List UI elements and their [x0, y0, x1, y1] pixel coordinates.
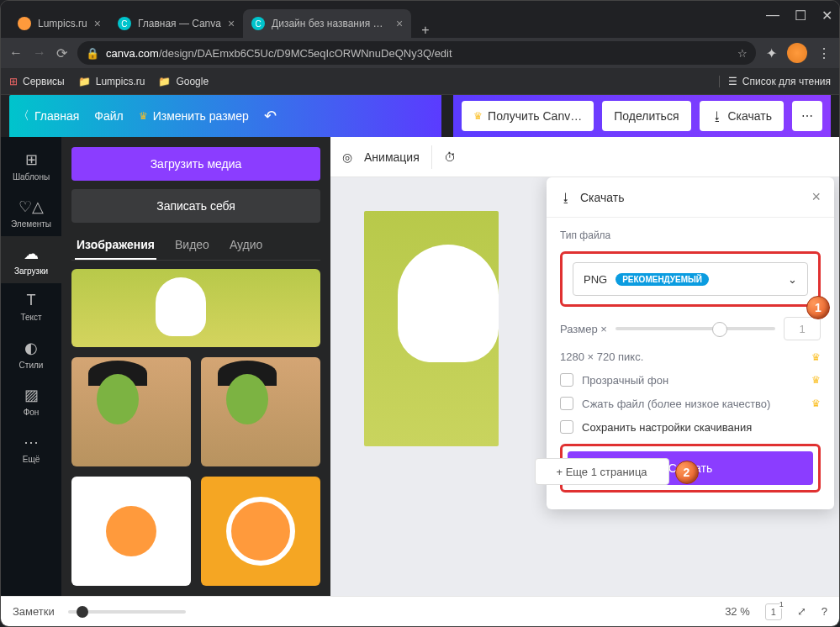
browser-tab[interactable]: C Главная — Canva ×	[109, 9, 243, 38]
crown-icon: ♛	[811, 351, 821, 363]
rail-more[interactable]: ⋯Ещё	[1, 424, 61, 472]
canva-icon: C	[118, 17, 131, 30]
canva-icon: C	[251, 17, 265, 30]
cloud-upload-icon: ☁	[24, 245, 39, 263]
bookmark-lumpics[interactable]: 📁Lumpics.ru	[78, 76, 145, 87]
star-icon[interactable]: ☆	[737, 47, 748, 60]
palette-icon: ◐	[24, 339, 38, 357]
media-thumbnail[interactable]	[201, 357, 320, 466]
compress-label: Сжать файл (более низкое качество)	[582, 398, 770, 410]
browser-tab-active[interactable]: C Дизайн без названия — 1280 ×	[243, 9, 411, 38]
bookmark-services[interactable]: ⊞Сервисы	[9, 76, 65, 87]
popup-title: Скачать	[580, 191, 625, 204]
url-domain: canva.com	[106, 47, 159, 60]
animation-button[interactable]: Анимация	[364, 150, 420, 164]
media-thumbnail[interactable]	[201, 477, 320, 586]
media-thumbnail[interactable]	[71, 357, 191, 466]
close-window-icon[interactable]: ✕	[822, 8, 832, 24]
artboard[interactable]	[364, 211, 499, 446]
uploads-panel: Загрузить медиа Записать себя Изображени…	[61, 137, 330, 596]
more-button[interactable]: ⋯	[792, 101, 822, 131]
zoom-value[interactable]: 32 %	[725, 605, 750, 618]
fullscreen-icon[interactable]: ⤢	[797, 605, 806, 618]
transparent-label: Прозрачный фон	[582, 374, 668, 387]
lock-icon: 🔒	[86, 47, 99, 60]
get-canva-button[interactable]: ♛Получить Canv…	[462, 101, 594, 131]
compress-checkbox[interactable]	[560, 397, 573, 410]
profile-avatar[interactable]	[787, 43, 807, 63]
minimize-icon[interactable]: —	[766, 8, 779, 24]
reading-list[interactable]: ☰Список для чтения	[719, 76, 831, 87]
tab-video[interactable]: Видео	[173, 231, 211, 260]
media-thumbnail[interactable]	[71, 269, 320, 347]
chevron-left-icon: 〈	[18, 108, 29, 124]
close-icon[interactable]: ×	[228, 17, 235, 30]
bottom-bar: ⌃ Заметки 32 % 1 ⤢ ?	[1, 596, 839, 626]
crown-icon: ♛	[811, 374, 821, 386]
tab-label: Главная — Canva	[138, 18, 221, 29]
extensions-icon[interactable]: ✦	[766, 45, 777, 61]
close-icon[interactable]: ×	[396, 17, 403, 30]
upload-media-button[interactable]: Загрузить медиа	[71, 147, 320, 181]
dimensions-text: 1280 × 720 пикс.	[560, 350, 643, 363]
side-rail: ⊞Шаблоны ♡△Элементы ☁Загрузки TТекст ◐Ст…	[1, 137, 61, 596]
background-icon: ▨	[24, 386, 39, 404]
download-icon: ⭳	[711, 109, 723, 123]
share-button[interactable]: Поделиться	[602, 101, 690, 131]
menu-icon[interactable]: ⋮	[817, 45, 831, 61]
crown-icon: ♛	[139, 110, 148, 122]
chevron-down-icon: ⌄	[788, 273, 797, 286]
help-icon[interactable]: ?	[822, 605, 827, 618]
bookmarks-bar: ⊞Сервисы 📁Lumpics.ru 📁Google ☰Список для…	[1, 68, 839, 95]
rail-text[interactable]: TТекст	[1, 283, 61, 330]
download-icon: ⭳	[560, 191, 572, 204]
zoom-slider[interactable]	[68, 610, 186, 614]
tab-audio[interactable]: Аудио	[228, 231, 265, 260]
rail-uploads[interactable]: ☁Загрузки	[1, 236, 61, 283]
url-input[interactable]: 🔒 canva.com/design/DAEmxb6C5Uc/D9MC5eqIc…	[77, 41, 756, 65]
url-path: /design/DAEmxb6C5Uc/D9MC5eqIcORWNnuDeQNy…	[159, 47, 452, 60]
back-icon[interactable]: ←	[9, 45, 23, 61]
orange-icon	[18, 17, 31, 30]
save-settings-label: Сохранить настройки скачивания	[582, 421, 752, 434]
file-menu[interactable]: Файл	[94, 109, 123, 123]
canva-topbar: 〈Главная Файл ♛Изменить размер ↶ ♛Получи…	[1, 95, 839, 137]
text-icon: T	[27, 292, 36, 309]
notes-button[interactable]: Заметки	[13, 605, 55, 618]
file-type-dropdown[interactable]: PNG РЕКОМЕНДУЕМЫЙ ⌄	[573, 262, 808, 296]
tab-images[interactable]: Изображения	[75, 231, 156, 260]
browser-tab[interactable]: Lumpics.ru ×	[9, 9, 109, 38]
forward-icon: →	[33, 45, 46, 61]
maximize-icon[interactable]: ☐	[795, 8, 806, 24]
add-page-button[interactable]: + Еще 1 страница 2	[535, 458, 669, 485]
record-self-button[interactable]: Записать себя	[71, 189, 320, 223]
rail-templates[interactable]: ⊞Шаблоны	[1, 142, 61, 189]
media-thumbnail[interactable]	[71, 477, 191, 586]
transparent-checkbox[interactable]	[560, 373, 573, 387]
more-icon: ⋯	[24, 433, 39, 451]
timer-icon[interactable]: ⏱	[444, 150, 456, 164]
rail-background[interactable]: ▨Фон	[1, 377, 61, 424]
size-slider[interactable]	[615, 327, 775, 330]
size-input[interactable]: 1	[784, 317, 821, 340]
rail-elements[interactable]: ♡△Элементы	[1, 189, 61, 236]
close-icon[interactable]: ×	[94, 17, 101, 30]
browser-titlebar: Lumpics.ru × C Главная — Canva × C Дизай…	[1, 1, 839, 38]
size-label: Размер ×	[560, 323, 607, 335]
save-settings-checkbox[interactable]	[560, 420, 573, 434]
effects-icon[interactable]: ◎	[342, 150, 352, 164]
close-icon[interactable]: ×	[811, 188, 821, 206]
rail-styles[interactable]: ◐Стили	[1, 330, 61, 377]
home-button[interactable]: 〈Главная	[18, 108, 79, 124]
recommended-badge: РЕКОМЕНДУЕМЫЙ	[615, 273, 709, 286]
elements-icon: ♡△	[18, 198, 44, 216]
download-button[interactable]: ⭳Скачать	[700, 101, 785, 131]
reload-icon[interactable]: ⟳	[56, 45, 67, 61]
callout-1: 1	[806, 296, 830, 319]
bookmark-google[interactable]: 📁Google	[158, 76, 209, 87]
file-type-value: PNG	[584, 273, 607, 286]
page-count[interactable]: 1	[765, 603, 782, 620]
undo-button[interactable]: ↶	[264, 107, 277, 125]
new-tab-button[interactable]: +	[411, 23, 439, 38]
resize-button[interactable]: ♛Изменить размер	[139, 109, 249, 123]
